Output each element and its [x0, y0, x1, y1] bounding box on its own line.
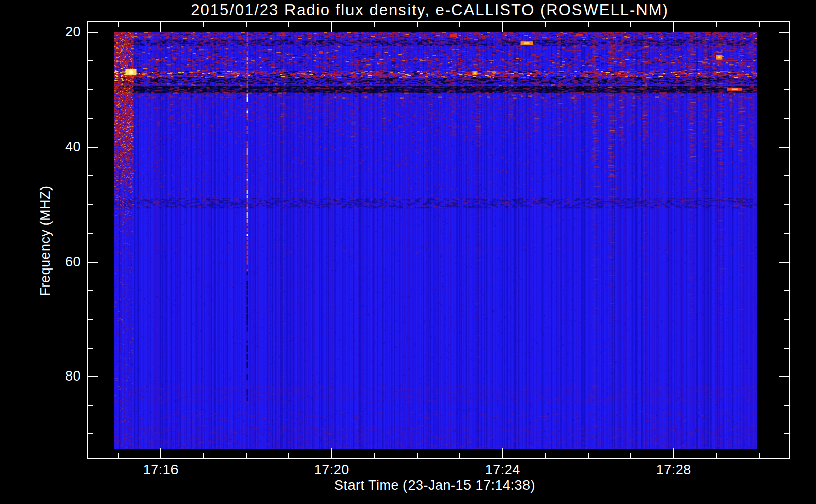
x-tick-minor — [759, 22, 760, 27]
x-tick-minor — [545, 453, 546, 458]
y-tick-label: 80 — [48, 368, 81, 384]
x-tick-minor — [246, 453, 247, 458]
x-tick-minor — [203, 453, 204, 458]
y-tick-label: 60 — [48, 254, 81, 270]
y-tick-major — [88, 376, 98, 377]
y-tick-major — [779, 376, 789, 377]
y-tick-major — [88, 262, 98, 263]
y-tick-minor — [88, 60, 93, 61]
y-tick-minor — [784, 60, 789, 61]
y-tick-minor — [784, 319, 789, 320]
x-tick-minor — [459, 453, 460, 458]
y-tick-minor — [88, 405, 93, 406]
y-tick-major — [88, 147, 98, 148]
y-tick-minor — [784, 433, 789, 434]
x-axis-title: Start Time (23-Jan-15 17:14:38) — [283, 478, 586, 493]
x-tick-minor — [716, 453, 717, 458]
x-tick-minor — [417, 22, 418, 27]
y-tick-minor — [784, 290, 789, 291]
x-tick-minor — [118, 453, 119, 458]
x-tick-major — [673, 448, 674, 458]
x-tick-minor — [459, 22, 460, 27]
x-tick-major — [331, 22, 332, 32]
x-tick-minor — [288, 22, 289, 27]
y-tick-minor — [88, 319, 93, 320]
y-tick-major — [779, 147, 789, 148]
x-tick-label: 17:20 — [302, 462, 362, 478]
y-tick-minor — [88, 348, 93, 349]
y-tick-minor — [784, 89, 789, 90]
x-tick-label: 17:24 — [473, 462, 533, 478]
y-axis-title: Frequency (MHZ) — [38, 140, 55, 342]
y-tick-minor — [88, 89, 93, 90]
x-tick-minor — [374, 453, 375, 458]
y-tick-minor — [88, 233, 93, 234]
y-tick-label: 40 — [48, 139, 81, 155]
x-tick-major — [160, 22, 161, 32]
chart-title: 2015/01/23 Radio flux density, e-CALLIST… — [127, 1, 732, 19]
x-tick-major — [160, 448, 161, 458]
x-tick-major — [502, 448, 503, 458]
y-tick-minor — [784, 175, 789, 176]
x-tick-minor — [588, 22, 589, 27]
x-tick-minor — [118, 22, 119, 27]
y-tick-minor — [784, 405, 789, 406]
x-tick-minor — [759, 453, 760, 458]
x-tick-minor — [545, 22, 546, 27]
x-tick-major — [502, 22, 503, 32]
x-tick-minor — [374, 22, 375, 27]
x-tick-major — [331, 448, 332, 458]
y-tick-minor — [784, 204, 789, 205]
y-tick-minor — [88, 433, 93, 434]
plot-frame — [87, 21, 790, 459]
y-tick-minor — [88, 175, 93, 176]
x-tick-minor — [246, 22, 247, 27]
y-tick-major — [779, 262, 789, 263]
y-tick-label: 20 — [48, 24, 81, 40]
x-tick-minor — [288, 453, 289, 458]
y-tick-minor — [88, 290, 93, 291]
x-tick-label: 17:16 — [131, 462, 191, 478]
x-tick-major — [673, 22, 674, 32]
y-tick-major — [779, 32, 789, 33]
x-tick-minor — [716, 22, 717, 27]
y-tick-minor — [784, 233, 789, 234]
y-tick-minor — [88, 204, 93, 205]
x-tick-minor — [417, 453, 418, 458]
x-tick-minor — [630, 22, 631, 27]
x-tick-minor — [588, 453, 589, 458]
x-tick-minor — [203, 22, 204, 27]
y-tick-minor — [784, 348, 789, 349]
spectrogram-plot: 2015/01/23 Radio flux density, e-CALLIST… — [0, 0, 816, 504]
x-tick-minor — [630, 453, 631, 458]
y-tick-major — [88, 32, 98, 33]
y-tick-minor — [784, 118, 789, 119]
y-tick-minor — [88, 118, 93, 119]
x-tick-label: 17:28 — [644, 462, 704, 478]
